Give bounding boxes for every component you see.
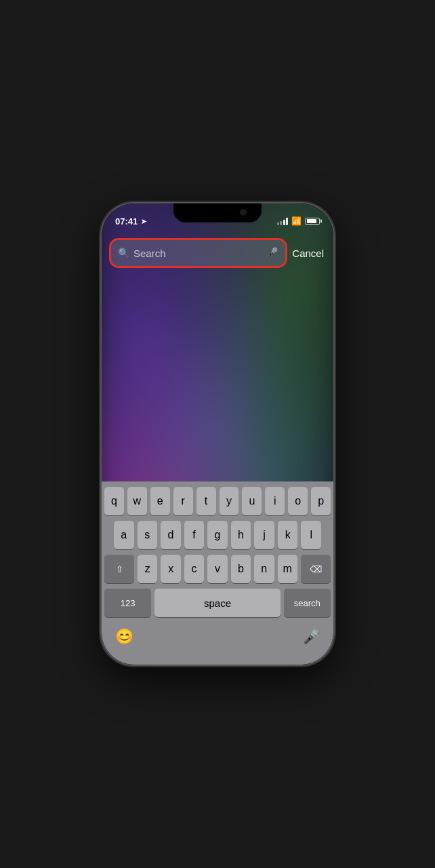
key-a[interactable]: a	[114, 521, 134, 549]
key-j[interactable]: j	[254, 521, 274, 549]
key-o[interactable]: o	[288, 487, 308, 515]
key-g[interactable]: g	[207, 521, 228, 549]
key-d[interactable]: d	[161, 521, 181, 549]
search-bar-wrapper: 🔍 Search 🎤	[111, 240, 285, 266]
clock: 07:41	[115, 216, 138, 226]
key-c[interactable]: c	[184, 555, 204, 583]
battery-body	[305, 218, 320, 225]
key-t[interactable]: t	[196, 487, 216, 515]
signal-icon	[277, 218, 289, 225]
search-input-text[interactable]: Search	[133, 248, 262, 259]
key-r[interactable]: r	[173, 487, 193, 515]
battery-icon	[305, 218, 320, 225]
key-k[interactable]: k	[278, 521, 298, 549]
key-u[interactable]: u	[242, 487, 262, 515]
key-l[interactable]: l	[301, 521, 321, 549]
keyboard[interactable]: q w e r t y u i o p a s d f g h j k	[102, 481, 333, 665]
key-q[interactable]: q	[104, 487, 124, 515]
keyboard-row-1: q w e r t y u i o p	[104, 487, 331, 515]
key-b[interactable]: b	[231, 555, 251, 583]
search-icon: 🔍	[118, 248, 129, 258]
front-camera	[240, 209, 247, 216]
space-key[interactable]: space	[154, 589, 280, 617]
key-m[interactable]: m	[278, 555, 297, 583]
keyboard-row-3: ⇧ z x c v b n m ⌫	[104, 555, 331, 583]
key-h[interactable]: h	[231, 521, 251, 549]
notch	[173, 203, 262, 222]
search-area: 🔍 Search 🎤 Cancel	[102, 236, 333, 270]
key-y[interactable]: y	[220, 487, 239, 515]
search-bar[interactable]: 🔍 Search 🎤	[111, 240, 285, 266]
key-f[interactable]: f	[184, 521, 205, 549]
shift-key[interactable]: ⇧	[104, 555, 134, 583]
phone-shell: 07:41 ➤ 📶 🔍 Search	[102, 203, 333, 665]
delete-key[interactable]: ⌫	[301, 555, 331, 583]
emoji-key[interactable]: 😊	[110, 623, 138, 651]
screen: 07:41 ➤ 📶 🔍 Search	[102, 203, 333, 665]
key-w[interactable]: w	[127, 487, 147, 515]
key-x[interactable]: x	[161, 555, 180, 583]
dictation-mic-key[interactable]: 🎤	[297, 623, 325, 651]
key-s[interactable]: s	[138, 521, 158, 549]
mic-icon[interactable]: 🎤	[266, 247, 278, 259]
keyboard-bottom-row: 😊 🎤	[104, 623, 331, 651]
key-e[interactable]: e	[150, 487, 170, 515]
battery-fill	[307, 219, 316, 223]
keyboard-row-4: 123 space search	[104, 589, 331, 617]
key-z[interactable]: z	[138, 555, 157, 583]
status-time: 07:41 ➤	[115, 216, 146, 226]
wifi-icon: 📶	[291, 216, 302, 226]
keyboard-row-2: a s d f g h j k l	[104, 521, 331, 549]
key-i[interactable]: i	[265, 487, 285, 515]
numbers-key[interactable]: 123	[104, 589, 151, 617]
key-v[interactable]: v	[207, 555, 227, 583]
cancel-button[interactable]: Cancel	[292, 248, 324, 259]
search-return-key[interactable]: search	[284, 589, 331, 617]
key-p[interactable]: p	[311, 487, 331, 515]
status-icons: 📶	[277, 216, 320, 226]
key-n[interactable]: n	[254, 555, 274, 583]
location-icon: ➤	[141, 218, 146, 225]
